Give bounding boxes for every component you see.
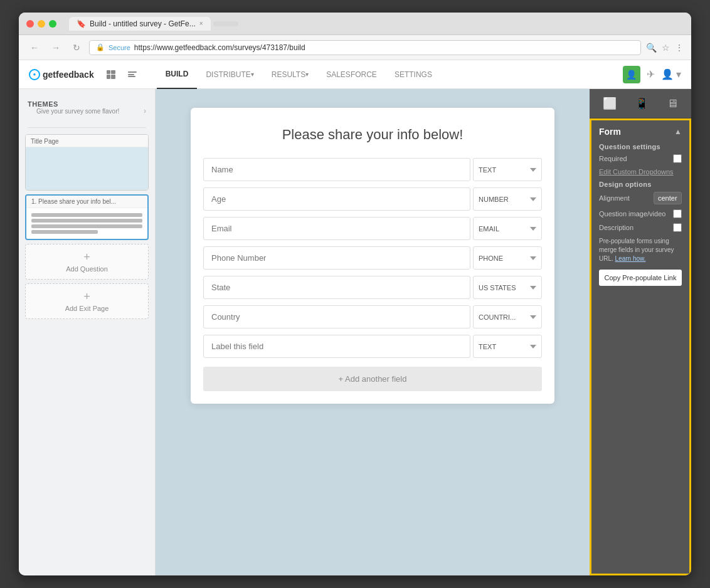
grid-icon[interactable]: [107, 70, 115, 79]
tab-close-icon[interactable]: ×: [199, 20, 203, 27]
title-page-label: Title Page: [26, 135, 148, 147]
bar-chart-icon[interactable]: [128, 70, 137, 79]
learn-how-link[interactable]: Learn how.: [615, 255, 646, 262]
minimize-button[interactable]: [38, 20, 45, 28]
tablet-icon[interactable]: ⬜: [598, 94, 622, 113]
custom-type-select[interactable]: TEXT: [473, 335, 542, 358]
state-input[interactable]: [203, 276, 470, 299]
device-bar: ⬜ 📱 🖥: [590, 89, 691, 118]
new-tab-area: [213, 21, 238, 26]
app-body: THEMES Give your survey some flavor! › T…: [19, 89, 691, 575]
url-bar[interactable]: 🔒 Secure https://www.getfeedback.com/sur…: [89, 40, 641, 55]
logo-icon: ●: [29, 69, 40, 80]
description-row: Description: [599, 223, 682, 232]
add-question-button[interactable]: + Add Question: [25, 244, 149, 280]
thumb-line-1: [31, 213, 142, 217]
phone-icon[interactable]: 📱: [630, 94, 654, 113]
email-input[interactable]: [203, 217, 470, 240]
field-row-custom: TEXT: [203, 335, 542, 358]
thumb-line-2: [31, 219, 142, 223]
bookmark-icon[interactable]: ☆: [662, 43, 670, 53]
title-page-thumbnail[interactable]: Title Page: [25, 134, 149, 191]
title-bar: 🔖 Build - untitled survey - GetFe... ×: [19, 13, 691, 35]
name-input[interactable]: [203, 158, 470, 181]
themes-header[interactable]: THEMES Give your survey some flavor! ›: [19, 95, 155, 125]
nav-distribute[interactable]: DISTRIBUTE: [197, 60, 262, 89]
form-page-label: 1. Please share your info bel...: [26, 196, 147, 208]
nav-actions: 🔍 ☆ ⋮: [646, 43, 684, 53]
nav-build[interactable]: BUILD: [157, 60, 198, 89]
lock-icon: 🔒: [96, 43, 105, 51]
field-row-phone: PHONE: [203, 246, 542, 270]
nav-results[interactable]: RESULTS: [263, 60, 317, 89]
panel-title: Form ▲: [599, 127, 682, 137]
phone-input[interactable]: [203, 246, 470, 270]
age-input[interactable]: [203, 187, 470, 211]
alignment-select[interactable]: center left right: [654, 192, 682, 204]
url-text: https://www.getfeedback.com/surveys/4731…: [134, 43, 305, 52]
prepopulate-text: Pre-populate forms using merge fields in…: [599, 237, 682, 263]
country-input[interactable]: [203, 305, 470, 328]
add-exit-label: Add Exit Page: [65, 305, 109, 312]
sidebar-divider: [28, 127, 146, 128]
field-row-country: COUNTRI...: [203, 305, 542, 328]
forward-button[interactable]: →: [48, 40, 64, 55]
form-page-thumbnail[interactable]: 1. Please share your info bel...: [25, 194, 149, 240]
send-icon[interactable]: ✈: [647, 68, 655, 80]
back-button[interactable]: ←: [26, 40, 43, 55]
search-icon[interactable]: 🔍: [646, 43, 657, 53]
description-checkbox[interactable]: [673, 223, 682, 232]
edit-dropdowns-row: Edit Custom Dropdowns: [599, 168, 682, 176]
menu-icon[interactable]: ⋮: [675, 43, 684, 53]
thumb-line-4: [31, 230, 98, 234]
state-type-select[interactable]: US STATES: [473, 276, 542, 299]
description-label: Description: [599, 224, 633, 231]
close-button[interactable]: [26, 20, 34, 28]
add-exit-page-button[interactable]: + Add Exit Page: [25, 283, 149, 319]
alignment-label: Alignment: [599, 194, 630, 202]
question-image-checkbox[interactable]: [673, 209, 682, 218]
question-settings-label: Question settings: [599, 143, 682, 150]
tab-label: Build - untitled survey - GetFe...: [90, 19, 196, 28]
add-exit-icon: +: [83, 290, 90, 303]
app-logo: ● getfeedback: [29, 69, 94, 80]
secure-label: Secure: [109, 44, 130, 51]
add-question-icon: +: [83, 251, 90, 264]
edit-custom-dropdowns-link[interactable]: Edit Custom Dropdowns: [599, 168, 674, 176]
email-type-select[interactable]: EMAIL: [473, 217, 542, 240]
form-title: Please share your info below!: [203, 127, 542, 143]
nav-salesforce[interactable]: SALESFORCE: [317, 60, 386, 89]
account-icon[interactable]: 👤 ▾: [661, 68, 681, 80]
traffic-lights: [26, 20, 56, 28]
country-type-select[interactable]: COUNTRI...: [473, 305, 542, 328]
active-tab[interactable]: 🔖 Build - untitled survey - GetFe... ×: [69, 17, 211, 31]
required-checkbox[interactable]: [673, 154, 682, 163]
reload-button[interactable]: ↻: [69, 40, 84, 55]
form-card: Please share your info below! TEXT NUMBE…: [191, 108, 554, 404]
themes-title: THEMES: [28, 100, 128, 108]
title-page-preview: [26, 147, 148, 190]
field-row-state: US STATES: [203, 276, 542, 299]
design-options-label: Design options: [599, 181, 682, 188]
phone-type-select[interactable]: PHONE: [473, 246, 542, 270]
question-image-label: Question image/video: [599, 210, 665, 218]
name-type-select[interactable]: TEXT: [473, 158, 542, 181]
desktop-icon[interactable]: 🖥: [662, 95, 683, 113]
header-actions: 👤 ✈ 👤 ▾: [623, 66, 681, 83]
add-field-button[interactable]: + Add another field: [203, 367, 542, 391]
maximize-button[interactable]: [49, 20, 56, 28]
custom-field-input[interactable]: [203, 335, 470, 358]
age-type-select[interactable]: NUMBER: [473, 187, 542, 211]
panel-chevron-icon[interactable]: ▲: [674, 127, 682, 136]
sidebar: THEMES Give your survey some flavor! › T…: [19, 89, 156, 575]
user-action-button[interactable]: 👤: [623, 66, 640, 83]
copy-prepopulate-link-button[interactable]: Copy Pre-populate Link: [599, 270, 682, 286]
form-page-preview: [26, 208, 147, 239]
field-row-age: NUMBER: [203, 187, 542, 211]
app-header: ● getfeedback BUILD DISTRIBUTE RESULTS S…: [19, 60, 691, 89]
themes-subtitle: Give your survey some flavor!: [28, 108, 128, 121]
alignment-setting-row: Alignment center left right: [599, 192, 682, 204]
nav-settings[interactable]: SETTINGS: [386, 60, 441, 89]
tab-favicon: 🔖: [77, 19, 86, 28]
logo-text: getfeedback: [43, 70, 94, 80]
